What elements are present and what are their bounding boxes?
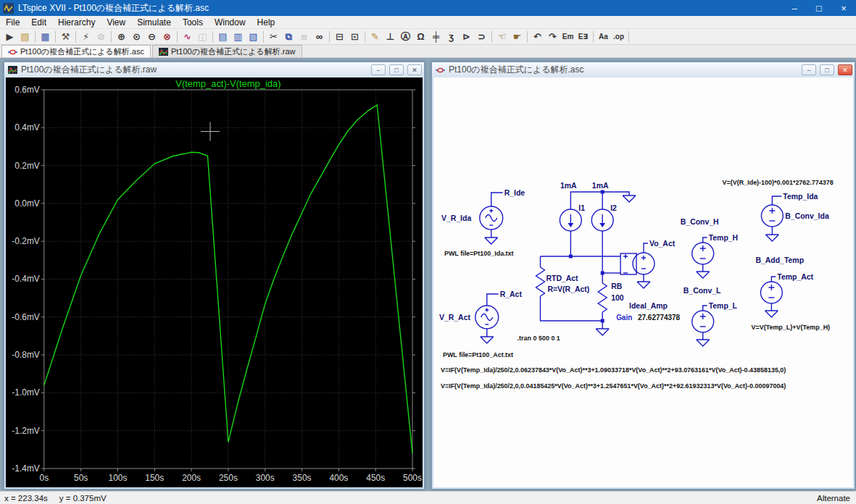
print-preview-icon[interactable]: ⊡ xyxy=(347,30,362,44)
menu-tools[interactable]: Tools xyxy=(177,17,209,28)
cut-icon[interactable]: ✂ xyxy=(266,30,281,44)
current-source-i2[interactable] xyxy=(591,209,613,231)
net-label-icon[interactable]: Ⓐ xyxy=(398,30,413,44)
menu-help[interactable]: Help xyxy=(252,17,281,28)
undo-icon[interactable]: ↶ xyxy=(530,30,545,44)
resistor-rb[interactable] xyxy=(598,283,607,312)
trace-label[interactable]: V(temp_act)-V(temp_ida) xyxy=(175,78,281,89)
schematic-pane[interactable]: V_R_Ida R_Ide PWL file=Pt100_Ida.txt V_R… xyxy=(433,77,853,487)
maximize-button[interactable]: □ xyxy=(820,64,834,75)
bsource-b-conv-ida[interactable] xyxy=(761,205,783,227)
tab-waveform[interactable]: Pt100の複合補正式による解析.raw xyxy=(152,45,302,57)
y-tick-label: 0.6mV xyxy=(14,85,40,95)
tile-horizontal-icon[interactable]: ▤ xyxy=(215,30,230,44)
zoom-full-extents-icon[interactable]: ⊗ xyxy=(159,30,175,44)
voltage-source-v-r-act[interactable] xyxy=(475,306,499,329)
cursor-y-readout: y = 0.375mV xyxy=(59,494,107,503)
x-tick-label: 400s xyxy=(329,473,348,483)
schematic-wires[interactable] xyxy=(487,192,782,340)
edit-pencil-icon[interactable]: ✎ xyxy=(367,30,383,44)
cascade-windows-icon[interactable]: ▧ xyxy=(246,30,261,44)
x-tick-label: 350s xyxy=(293,473,312,483)
voltage-source-v-r-ida[interactable] xyxy=(480,206,503,230)
component-value: R=V(R_Act) xyxy=(547,285,589,293)
bsource-b-add-temp[interactable] xyxy=(760,282,782,303)
ground-symbols[interactable] xyxy=(481,196,779,346)
resistor-icon[interactable]: Ω xyxy=(413,30,428,44)
text-icon[interactable]: Aa xyxy=(596,30,611,44)
toolbar-separator xyxy=(527,31,528,43)
plot-pane[interactable]: 0s50s100s150s200s250s300s350s400s450s500… xyxy=(6,77,423,487)
component-icon[interactable]: ⊃ xyxy=(474,30,489,44)
document-tabbar: Pt100の複合補正式による解析.asc Pt100の複合補正式による解析.ra… xyxy=(0,45,856,58)
schematic-window-titlebar[interactable]: Pt100の複合補正式による解析.asc − □ ✕ xyxy=(432,62,855,77)
maximize-button[interactable]: □ xyxy=(807,0,831,16)
capacitor-icon[interactable]: ╪ xyxy=(428,30,444,44)
menu-file[interactable]: File xyxy=(0,17,25,28)
y-tick-label: 0.2mV xyxy=(14,161,40,171)
component-label: I2 xyxy=(610,204,617,212)
close-button[interactable]: × xyxy=(831,0,856,16)
find-icon[interactable]: ∞ xyxy=(312,30,327,44)
new-schematic-icon[interactable]: ▶ xyxy=(2,30,17,44)
diode-icon[interactable]: ⊳ xyxy=(459,30,474,44)
x-tick-label: 250s xyxy=(219,473,238,483)
autorange-icon[interactable]: ∿ xyxy=(180,30,195,44)
minimize-button[interactable]: − xyxy=(802,64,816,75)
mirror-icon[interactable]: Em xyxy=(560,30,575,44)
spice-directive-icon[interactable]: .op xyxy=(611,30,626,44)
crosshair-cursor[interactable] xyxy=(201,122,220,141)
ground-icon[interactable]: ⊥ xyxy=(383,30,398,44)
y-tick-label: -0.2mV xyxy=(12,236,40,246)
menu-simulate[interactable]: Simulate xyxy=(131,17,177,28)
move-icon[interactable]: ☜ xyxy=(494,30,510,44)
redo-icon[interactable]: ↷ xyxy=(545,30,560,44)
save-icon[interactable]: ▦ xyxy=(38,30,53,44)
net-label: Temp_Act xyxy=(777,273,813,281)
menu-hierarchy[interactable]: Hierarchy xyxy=(52,17,101,28)
control-panel-icon[interactable]: ⚒ xyxy=(58,30,73,44)
zoom-out-icon[interactable]: ⊖ xyxy=(144,30,159,44)
rotate-icon[interactable]: E∃ xyxy=(575,30,591,44)
y-tick-label: -0.6mV xyxy=(12,312,40,322)
copy-icon[interactable]: ⧉ xyxy=(281,30,296,44)
attribute-value: 27.62774378 xyxy=(638,314,681,322)
menu-edit[interactable]: Edit xyxy=(25,17,52,28)
waveform-plot[interactable]: 0s50s100s150s200s250s300s350s400s450s500… xyxy=(6,77,423,487)
zoom-back-icon[interactable]: ⊙ xyxy=(129,30,144,44)
drag-icon[interactable]: ☛ xyxy=(510,30,525,44)
zoom-in-icon[interactable]: ⊕ xyxy=(114,30,129,44)
open-file-icon[interactable]: ▤ xyxy=(17,30,33,44)
schematic-window-title: Pt100の複合補正式による解析.asc xyxy=(449,64,798,76)
y-tick-label: -0.4mV xyxy=(12,274,40,284)
inductor-icon[interactable]: ʒ xyxy=(444,30,459,44)
tile-vertical-icon[interactable]: ▥ xyxy=(230,30,246,44)
bsource-b-conv-l[interactable] xyxy=(692,311,714,332)
x-tick-label: 300s xyxy=(256,473,275,483)
tab-label: Pt100の複合補正式による解析.asc xyxy=(20,46,144,57)
minimize-button[interactable]: – xyxy=(782,0,807,16)
waveform-icon xyxy=(159,48,168,56)
cursor-x-readout: x = 223.34s xyxy=(4,494,48,503)
close-button[interactable]: ✕ xyxy=(407,64,422,75)
menu-view[interactable]: View xyxy=(101,17,131,28)
current-source-i1[interactable] xyxy=(560,209,581,231)
schematic-canvas[interactable]: V_R_Ida R_Ide PWL file=Pt100_Ida.txt V_R… xyxy=(433,77,853,487)
x-tick-label: 200s xyxy=(182,473,201,483)
esource-ideal-amp[interactable] xyxy=(620,253,655,274)
tab-schematic[interactable]: Pt100の複合補正式による解析.asc xyxy=(1,45,151,57)
print-icon[interactable]: ⊟ xyxy=(332,30,347,44)
resistor-rtd-act[interactable] xyxy=(536,267,545,296)
toolbar-separator xyxy=(212,31,213,43)
close-button[interactable]: ✕ xyxy=(838,64,852,75)
minimize-button[interactable]: − xyxy=(371,64,386,75)
run-icon[interactable]: ⚡ xyxy=(78,30,94,44)
menu-window[interactable]: Window xyxy=(209,17,252,28)
bsource-b-conv-h[interactable] xyxy=(692,243,714,264)
attribute-key: Gain xyxy=(616,314,632,322)
component-label: V_R_Ida xyxy=(441,214,471,222)
net-label: R_Act xyxy=(500,290,523,298)
maximize-button[interactable]: □ xyxy=(389,64,404,75)
waveform-window-titlebar[interactable]: Pt100の複合補正式による解析.raw − □ ✕ xyxy=(4,62,424,77)
toolbar-separator xyxy=(263,31,264,43)
